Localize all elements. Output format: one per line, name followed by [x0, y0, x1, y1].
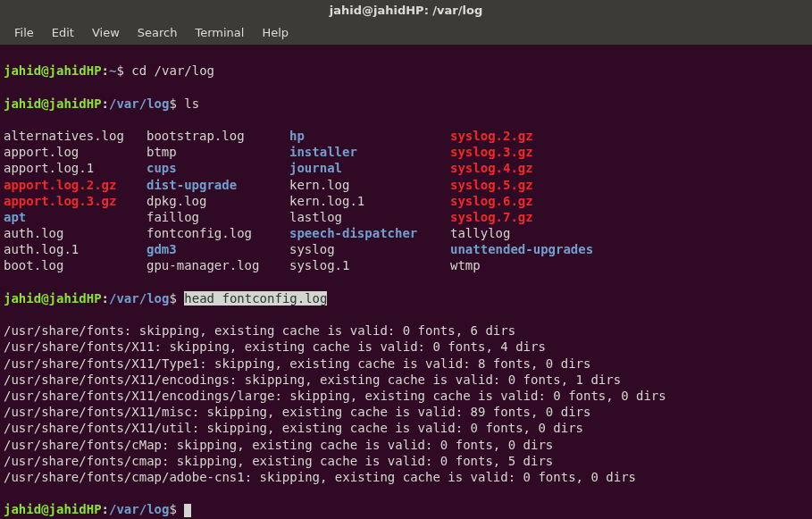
ls-entry: syslog: [289, 241, 450, 257]
prompt-path-log: /var/log: [109, 96, 169, 111]
prompt-user: jahid@jahidHP: [4, 502, 102, 516]
ls-entry: auth.log.1: [4, 241, 146, 257]
menu-edit[interactable]: Edit: [45, 24, 81, 41]
menu-terminal[interactable]: Terminal: [188, 24, 251, 41]
ls-entry: hp: [289, 128, 450, 144]
prompt-line-ls: jahid@jahidHP:/var/log$ ls: [4, 96, 808, 112]
output-line: /usr/share/fonts/X11/util: skipping, exi…: [4, 420, 808, 436]
ls-entry: speech-dispatcher: [289, 225, 450, 241]
ls-entry: syslog.2.gz: [450, 128, 533, 144]
prompt-user: jahid@jahidHP: [4, 96, 102, 111]
ls-row: aptfailloglastlogsyslog.7.gz: [4, 209, 808, 225]
prompt-colon: :: [102, 502, 109, 516]
ls-entry: kern.log.1: [289, 193, 450, 209]
window-title-bar: jahid@jahidHP: /var/log: [0, 0, 812, 21]
prompt-user: jahid@jahidHP: [4, 63, 102, 78]
prompt-colon: :: [102, 63, 109, 78]
ls-entry: bootstrap.log: [146, 128, 289, 144]
prompt-colon: :: [102, 96, 109, 111]
ls-entry: apt: [4, 209, 146, 225]
prompt-user: jahid@jahidHP: [4, 291, 102, 306]
command-ls: ls: [184, 96, 199, 111]
command-cd: cd /var/log: [131, 63, 214, 78]
ls-row: alternatives.logbootstrap.loghpsyslog.2.…: [4, 128, 808, 144]
ls-entry: installer: [289, 144, 450, 160]
output-line: /usr/share/fonts/X11/misc: skipping, exi…: [4, 404, 808, 420]
ls-entry: boot.log: [4, 257, 146, 273]
prompt-line-head: jahid@jahidHP:/var/log$ head fontconfig.…: [4, 290, 808, 306]
menu-search[interactable]: Search: [130, 24, 185, 41]
ls-entry: dist-upgrade: [146, 177, 289, 193]
ls-entry: apport.log.2.gz: [4, 177, 146, 193]
output-line: /usr/share/fonts/cmap/adobe-cns1: skippi…: [4, 469, 808, 485]
prompt-dollar: $: [169, 291, 184, 306]
ls-entry: alternatives.log: [4, 128, 146, 144]
output-line: /usr/share/fonts/cmap: skipping, existin…: [4, 453, 808, 469]
cursor-icon: [184, 504, 191, 517]
ls-entry: dpkg.log: [146, 193, 289, 209]
ls-entry: apport.log.1: [4, 160, 146, 176]
output-line: /usr/share/fonts/X11: skipping, existing…: [4, 339, 808, 355]
ls-output: alternatives.logbootstrap.loghpsyslog.2.…: [4, 128, 808, 274]
ls-entry: syslog.4.gz: [450, 160, 533, 176]
ls-entry: fontconfig.log: [146, 225, 289, 241]
menu-bar: File Edit View Search Terminal Help: [0, 21, 812, 45]
ls-row: apport.log.2.gzdist-upgradekern.logsyslo…: [4, 177, 808, 193]
ls-entry: auth.log: [4, 225, 146, 241]
head-output: /usr/share/fonts: skipping, existing cac…: [4, 322, 808, 485]
ls-entry: tallylog: [450, 225, 510, 241]
prompt-dollar: $: [169, 502, 184, 516]
output-line: /usr/share/fonts/X11/encodings/large: sk…: [4, 388, 808, 404]
prompt-path-log: /var/log: [109, 291, 169, 306]
ls-entry: journal: [289, 160, 450, 176]
ls-row: auth.logfontconfig.logspeech-dispatchert…: [4, 225, 808, 241]
window-title: jahid@jahidHP: /var/log: [330, 4, 482, 17]
prompt-path-log: /var/log: [109, 502, 169, 516]
prompt-dollar: $: [116, 63, 131, 78]
ls-entry: lastlog: [289, 209, 450, 225]
ls-row: apport.logbtmpinstallersyslog.3.gz: [4, 144, 808, 160]
prompt-dollar: $: [169, 96, 184, 111]
ls-row: apport.log.3.gzdpkg.logkern.log.1syslog.…: [4, 193, 808, 209]
ls-row: auth.log.1gdm3syslogunattended-upgrades: [4, 241, 808, 257]
ls-entry: apport.log.3.gz: [4, 193, 146, 209]
ls-entry: syslog.1: [289, 257, 450, 273]
ls-entry: gdm3: [146, 241, 289, 257]
ls-entry: syslog.3.gz: [450, 144, 533, 160]
ls-entry: syslog.6.gz: [450, 193, 533, 209]
command-head-highlighted: head fontconfig.log: [184, 291, 327, 306]
prompt-line-cd: jahid@jahidHP:~$ cd /var/log: [4, 63, 808, 79]
output-line: /usr/share/fonts/X11/Type1: skipping, ex…: [4, 356, 808, 372]
ls-entry: apport.log: [4, 144, 146, 160]
ls-entry: btmp: [146, 144, 289, 160]
menu-file[interactable]: File: [7, 24, 41, 41]
output-line: /usr/share/fonts/cMap: skipping, existin…: [4, 437, 808, 453]
terminal-output[interactable]: jahid@jahidHP:~$ cd /var/log jahid@jahid…: [0, 45, 812, 519]
output-line: /usr/share/fonts/X11/encodings: skipping…: [4, 372, 808, 388]
ls-entry: syslog.7.gz: [450, 209, 533, 225]
prompt-line-cursor: jahid@jahidHP:/var/log$: [4, 501, 808, 517]
menu-view[interactable]: View: [85, 24, 127, 41]
ls-entry: wtmp: [450, 257, 481, 273]
prompt-colon: :: [102, 291, 109, 306]
ls-row: apport.log.1cupsjournalsyslog.4.gz: [4, 160, 808, 176]
ls-entry: syslog.5.gz: [450, 177, 533, 193]
ls-entry: unattended-upgrades: [450, 241, 593, 257]
ls-entry: kern.log: [289, 177, 450, 193]
ls-entry: cups: [146, 160, 289, 176]
ls-entry: gpu-manager.log: [146, 257, 289, 273]
ls-entry: faillog: [146, 209, 289, 225]
output-line: /usr/share/fonts: skipping, existing cac…: [4, 322, 808, 339]
ls-row: boot.loggpu-manager.logsyslog.1wtmp: [4, 257, 808, 273]
menu-help[interactable]: Help: [255, 24, 296, 41]
